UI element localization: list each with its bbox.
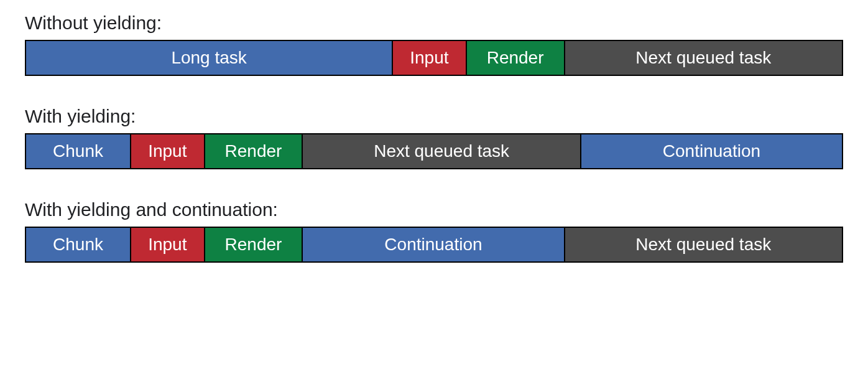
diagram-container: Without yielding:Long taskInputRenderNex… [25,12,843,263]
timeline-segment: Input [131,227,205,263]
timeline-section: With yielding and continuation:ChunkInpu… [25,199,843,263]
timeline-segment: Render [205,133,303,169]
timeline-section: With yielding:ChunkInputRenderNext queue… [25,106,843,169]
timeline-segment: Chunk [25,133,131,169]
timeline: Long taskInputRenderNext queued task [25,40,843,76]
timeline-segment: Next queued task [303,133,581,169]
timeline-segment: Input [393,40,466,76]
timeline-segment: Next queued task [565,40,843,76]
timeline-section: Without yielding:Long taskInputRenderNex… [25,12,843,76]
section-title: With yielding: [25,106,843,127]
section-title: With yielding and continuation: [25,199,843,220]
timeline-segment: Long task [25,40,393,76]
timeline: ChunkInputRenderContinuationNext queued … [25,227,843,263]
timeline-segment: Render [467,40,565,76]
timeline-segment: Input [131,133,205,169]
timeline-segment: Chunk [25,227,131,263]
timeline-segment: Render [205,227,303,263]
timeline-segment: Continuation [581,133,843,169]
section-title: Without yielding: [25,12,843,34]
timeline-segment: Next queued task [565,227,843,263]
timeline: ChunkInputRenderNext queued taskContinua… [25,133,843,169]
timeline-segment: Continuation [303,227,565,263]
